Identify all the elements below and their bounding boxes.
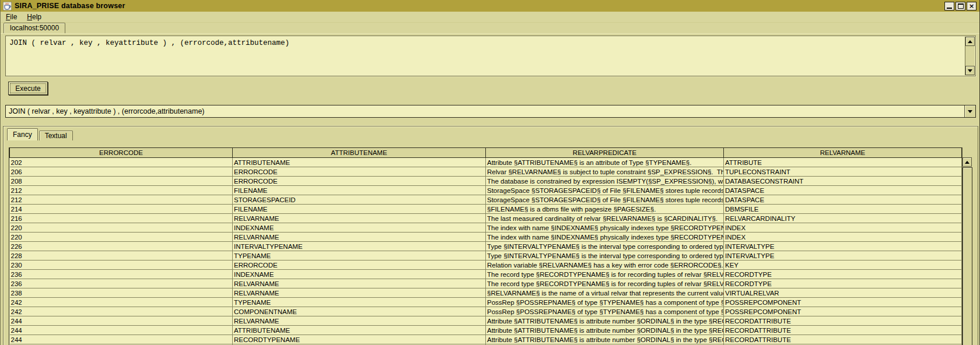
- table-row[interactable]: 212STORAGESPACEIDStorageSpace §STORAGESP…: [10, 195, 962, 205]
- cell-errorcode: 214: [10, 205, 233, 214]
- table-row[interactable]: 226INTERVALTYPENAMEType §INTERVALTYPENAM…: [10, 242, 962, 251]
- cell-relvarpredicate: PossRep §POSSREPNAME§ of type §TYPENAME§…: [486, 298, 724, 307]
- scroll-up-button[interactable]: [963, 157, 972, 167]
- cell-relvarname: ATTRIBUTE: [724, 158, 962, 167]
- table-row[interactable]: 206ERRORCODERelvar §RELVARNAME§ is subje…: [10, 167, 962, 177]
- cell-relvarname: DATASPACE: [724, 195, 962, 205]
- table-row[interactable]: 242COMPONENTNAMEPossRep §POSSREPNAME§ of…: [10, 307, 962, 316]
- cell-attributename: COMPONENTNAME: [233, 307, 486, 316]
- table-row[interactable]: 214FILENAME§FILENAME§ is a dbms file wit…: [10, 205, 962, 214]
- cell-relvarpredicate: Attribute §ATTRIBUTENAME§ is attribute n…: [486, 326, 724, 335]
- cell-relvarname: VIRTUALRELVAR: [724, 288, 962, 298]
- cell-relvarname: KEY: [724, 260, 962, 270]
- cell-relvarname: INTERVALTYPE: [724, 242, 962, 251]
- table-row[interactable]: 236INDEXNAMEThe record type §RECORDTYPEN…: [10, 270, 962, 279]
- cell-attributename: INDEXNAME: [233, 270, 486, 279]
- cell-errorcode: 228: [10, 251, 233, 260]
- column-header-errorcode[interactable]: ERRORCODE: [10, 148, 233, 158]
- combobox-dropdown-button[interactable]: [964, 105, 975, 117]
- cell-attributename: TYPENAME: [233, 251, 486, 260]
- execute-button[interactable]: Execute: [8, 82, 48, 95]
- cell-relvarname: POSSREPCOMPONENT: [724, 307, 962, 316]
- scroll-down-button[interactable]: [965, 66, 975, 75]
- cell-relvarname: DBMSFILE: [724, 205, 962, 214]
- window-title: SIRA_PRISE database browser: [15, 2, 125, 10]
- table-header-row: ERRORCODEATTRIBUTENAMERELVARPREDICATEREL…: [10, 148, 962, 158]
- cell-attributename: RELVARNAME: [233, 316, 486, 326]
- cell-errorcode: 212: [10, 186, 233, 195]
- cell-errorcode: 212: [10, 195, 233, 205]
- tab-fancy[interactable]: Fancy: [7, 128, 38, 140]
- query-editor-input[interactable]: JOIN ( relvar , key , keyattribute ) , (…: [7, 37, 963, 75]
- column-header-relvarname[interactable]: RELVARNAME: [724, 148, 962, 158]
- cell-errorcode: 244: [10, 335, 233, 344]
- cell-relvarpredicate: PossRep §POSSREPNAME§ of type §TYPENAME§…: [486, 307, 724, 316]
- result-table: ERRORCODEATTRIBUTENAMERELVARPREDICATEREL…: [9, 147, 962, 345]
- cell-attributename: RELVARNAME: [233, 279, 486, 288]
- titlebar[interactable]: SIRA_PRISE database browser ×: [1, 0, 979, 12]
- connection-tabstrip: localhost:50000: [1, 23, 979, 34]
- relvar-table: ERRORCODEATTRIBUTENAMERELVARPREDICATEREL…: [9, 147, 962, 345]
- column-header-attributename[interactable]: ATTRIBUTENAME: [233, 148, 486, 158]
- table-row[interactable]: 220INDEXNAMEThe index with name §INDEXNA…: [10, 223, 962, 233]
- cell-relvarpredicate: The database is constrained by expressio…: [486, 177, 724, 186]
- minimize-button[interactable]: [944, 2, 954, 10]
- cell-relvarpredicate: The last measured cardinality of relvar …: [486, 214, 724, 223]
- scrollbar-thumb[interactable]: [963, 167, 972, 345]
- column-header-relvarpredicate[interactable]: RELVARPREDICATE: [486, 148, 724, 158]
- cell-attributename: TYPENAME: [233, 298, 486, 307]
- menu-file[interactable]: File: [6, 13, 17, 21]
- table-row[interactable]: 244ATTRIBUTENAMEAttribute §ATTRIBUTENAME…: [10, 326, 962, 335]
- query-history-combobox[interactable]: JOIN ( relvar , key , keyattribute ) , (…: [5, 105, 976, 118]
- cell-relvarname: INDEX: [724, 223, 962, 233]
- cell-errorcode: 238: [10, 288, 233, 298]
- close-button[interactable]: ×: [967, 2, 977, 10]
- cell-attributename: FILENAME: [233, 205, 486, 214]
- cell-attributename: ATTRIBUTENAME: [233, 326, 486, 335]
- cell-attributename: RELVARNAME: [233, 214, 486, 223]
- cell-errorcode: 206: [10, 167, 233, 177]
- cell-relvarpredicate: The record type §RECORDTYPENAME§ is for …: [486, 279, 724, 288]
- maximize-icon: [958, 3, 964, 9]
- minimize-icon: [947, 8, 952, 9]
- cell-relvarpredicate: Relation variable §RELVARNAME§ has a key…: [486, 260, 724, 270]
- cell-relvarpredicate: StorageSpace §STORAGESPACEID§ of File §F…: [486, 186, 724, 195]
- cell-errorcode: 220: [10, 223, 233, 233]
- table-row[interactable]: 236RELVARNAMEThe record type §RECORDTYPE…: [10, 279, 962, 288]
- cell-attributename: INDEXNAME: [233, 223, 486, 233]
- cell-relvarname: INTERVALTYPE: [724, 251, 962, 260]
- table-row[interactable]: 208ERRORCODEThe database is constrained …: [10, 177, 962, 186]
- table-row[interactable]: 244RELVARNAMEAttribute §ATTRIBUTENAME§ i…: [10, 316, 962, 326]
- cell-relvarname: RECORDTYPE: [724, 279, 962, 288]
- tab-textual[interactable]: Textual: [39, 131, 73, 140]
- cell-relvarpredicate: Type §INTERVALTYPENAME§ is the interval …: [486, 251, 724, 260]
- cell-attributename: INTERVALTYPENAME: [233, 242, 486, 251]
- app-window: SIRA_PRISE database browser × File Help …: [0, 0, 980, 345]
- table-row[interactable]: 244RECORDTYPENAMEAttribute §ATTRIBUTENAM…: [10, 335, 962, 344]
- cell-relvarname: INDEX: [724, 233, 962, 242]
- menu-help[interactable]: Help: [27, 13, 41, 21]
- cell-relvarpredicate: §FILENAME§ is a dbms file with pagesize …: [486, 205, 724, 214]
- cell-relvarname: RELVARCARDINALITY: [724, 214, 962, 223]
- table-row[interactable]: 216RELVARNAMEThe last measured cardinali…: [10, 214, 962, 223]
- table-vertical-scrollbar[interactable]: [962, 147, 973, 345]
- query-editor-pane: JOIN ( relvar , key , keyattribute ) , (…: [5, 36, 976, 76]
- cell-relvarpredicate: §RELVARNAME§ is the name of a virtual re…: [486, 288, 724, 298]
- table-row[interactable]: 242TYPENAMEPossRep §POSSREPNAME§ of type…: [10, 298, 962, 307]
- table-row[interactable]: 238RELVARNAME§RELVARNAME§ is the name of…: [10, 288, 962, 298]
- cell-errorcode: 236: [10, 270, 233, 279]
- table-row[interactable]: 212FILENAMEStorageSpace §STORAGESPACEID§…: [10, 186, 962, 195]
- table-row[interactable]: 202ATTRIBUTENAMEAttribute §ATTRIBUTENAME…: [10, 158, 962, 167]
- table-row[interactable]: 228TYPENAMEType §INTERVALTYPENAME§ is th…: [10, 251, 962, 260]
- cell-relvarname: POSSREPCOMPONENT: [724, 298, 962, 307]
- table-row[interactable]: 220RELVARNAMEThe index with name §INDEXN…: [10, 233, 962, 242]
- cell-errorcode: 230: [10, 260, 233, 270]
- cell-errorcode: 202: [10, 158, 233, 167]
- maximize-button[interactable]: [956, 2, 965, 10]
- window-controls: ×: [944, 2, 977, 10]
- cell-relvarpredicate: The record type §RECORDTYPENAME§ is for …: [486, 270, 724, 279]
- scroll-up-button[interactable]: [965, 37, 975, 46]
- tab-localhost-50000[interactable]: localhost:50000: [4, 23, 65, 33]
- query-editor-scrollbar[interactable]: [965, 37, 975, 75]
- table-row[interactable]: 230ERRORCODERelation variable §RELVARNAM…: [10, 260, 962, 270]
